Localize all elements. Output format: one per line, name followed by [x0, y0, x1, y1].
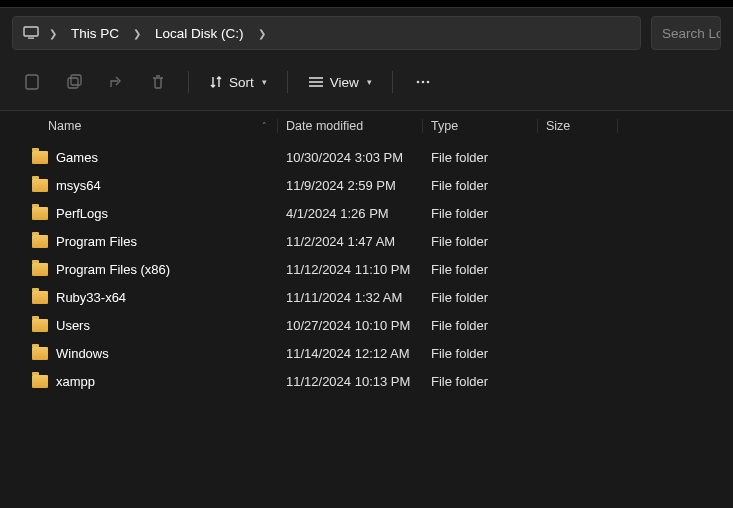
file-name: Windows: [56, 346, 109, 361]
chevron-down-icon: ▾: [367, 77, 372, 87]
column-header-date[interactable]: Date modified: [278, 119, 423, 133]
breadcrumb-segment-local-disk[interactable]: Local Disk (C:): [151, 26, 248, 41]
table-row[interactable]: Users10/27/2024 10:10 PMFile folder: [20, 311, 733, 339]
cell-type: File folder: [423, 206, 538, 221]
file-rows: Games10/30/2024 3:03 PMFile foldermsys64…: [20, 143, 733, 395]
breadcrumb[interactable]: ❯ This PC ❯ Local Disk (C:) ❯: [12, 16, 641, 50]
title-bar-fragment: [0, 0, 733, 8]
column-header-type-label: Type: [431, 119, 458, 133]
folder-icon: [32, 235, 48, 248]
search-placeholder: Search Lo: [662, 26, 721, 41]
file-name: Users: [56, 318, 90, 333]
svg-rect-2: [26, 75, 38, 89]
file-name: Games: [56, 150, 98, 165]
cell-type: File folder: [423, 374, 538, 389]
folder-icon: [32, 263, 48, 276]
toolbar: Sort ▾ View ▾: [0, 58, 733, 111]
cell-name: Program Files (x86): [20, 262, 278, 277]
share-button[interactable]: [98, 64, 134, 100]
svg-point-6: [421, 81, 424, 84]
folder-icon: [32, 319, 48, 332]
table-row[interactable]: xampp11/12/2024 10:13 PMFile folder: [20, 367, 733, 395]
svg-point-5: [416, 81, 419, 84]
column-header-size-label: Size: [546, 119, 570, 133]
cut-button[interactable]: [14, 64, 50, 100]
folder-icon: [32, 179, 48, 192]
cell-name: PerfLogs: [20, 206, 278, 221]
cell-type: File folder: [423, 178, 538, 193]
cell-name: Ruby33-x64: [20, 290, 278, 305]
cell-name: Program Files: [20, 234, 278, 249]
cell-type: File folder: [423, 262, 538, 277]
svg-point-7: [426, 81, 429, 84]
chevron-down-icon: ▾: [262, 77, 267, 87]
file-name: Program Files (x86): [56, 262, 170, 277]
folder-icon: [32, 151, 48, 164]
more-button[interactable]: [405, 64, 441, 100]
folder-icon: [32, 291, 48, 304]
file-name: xampp: [56, 374, 95, 389]
cell-date: 10/27/2024 10:10 PM: [278, 318, 423, 333]
svg-rect-4: [71, 75, 81, 85]
svg-rect-3: [68, 78, 78, 88]
sort-ascending-icon: ˄: [262, 121, 267, 131]
cell-name: msys64: [20, 178, 278, 193]
table-row[interactable]: Games10/30/2024 3:03 PMFile folder: [20, 143, 733, 171]
cell-date: 11/12/2024 10:13 PM: [278, 374, 423, 389]
search-input[interactable]: Search Lo: [651, 16, 721, 50]
cell-date: 11/12/2024 11:10 PM: [278, 262, 423, 277]
column-header-type[interactable]: Type: [423, 119, 538, 133]
cell-name: xampp: [20, 374, 278, 389]
view-button[interactable]: View ▾: [300, 64, 380, 100]
cell-date: 11/14/2024 12:12 AM: [278, 346, 423, 361]
breadcrumb-segment-this-pc[interactable]: This PC: [67, 26, 123, 41]
cell-date: 11/11/2024 1:32 AM: [278, 290, 423, 305]
delete-button[interactable]: [140, 64, 176, 100]
sort-icon: [209, 75, 223, 89]
cell-date: 4/1/2024 1:26 PM: [278, 206, 423, 221]
column-headers: Name ˄ Date modified Type Size: [20, 111, 733, 141]
column-header-name[interactable]: Name ˄: [20, 119, 278, 133]
table-row[interactable]: Program Files11/2/2024 1:47 AMFile folde…: [20, 227, 733, 255]
cell-date: 11/2/2024 1:47 AM: [278, 234, 423, 249]
cell-date: 11/9/2024 2:59 PM: [278, 178, 423, 193]
cell-name: Windows: [20, 346, 278, 361]
folder-icon: [32, 347, 48, 360]
column-header-date-label: Date modified: [286, 119, 363, 133]
table-row[interactable]: Program Files (x86)11/12/2024 11:10 PMFi…: [20, 255, 733, 283]
column-header-size[interactable]: Size: [538, 119, 618, 133]
file-list-panel: Name ˄ Date modified Type Size Games10/3…: [0, 111, 733, 508]
svg-rect-1: [28, 38, 34, 39]
folder-icon: [32, 375, 48, 388]
view-label: View: [330, 75, 359, 90]
toolbar-separator: [188, 71, 189, 93]
chevron-right-icon[interactable]: ❯: [45, 28, 61, 39]
cell-date: 10/30/2024 3:03 PM: [278, 150, 423, 165]
copy-button[interactable]: [56, 64, 92, 100]
file-name: Ruby33-x64: [56, 290, 126, 305]
sort-label: Sort: [229, 75, 254, 90]
sort-button[interactable]: Sort ▾: [201, 64, 275, 100]
toolbar-separator: [287, 71, 288, 93]
monitor-icon: [23, 26, 39, 40]
table-row[interactable]: Ruby33-x6411/11/2024 1:32 AMFile folder: [20, 283, 733, 311]
chevron-right-icon[interactable]: ❯: [254, 28, 270, 39]
column-header-name-label: Name: [48, 119, 81, 133]
cell-type: File folder: [423, 234, 538, 249]
cell-name: Games: [20, 150, 278, 165]
file-name: PerfLogs: [56, 206, 108, 221]
file-name: Program Files: [56, 234, 137, 249]
file-name: msys64: [56, 178, 101, 193]
table-row[interactable]: msys6411/9/2024 2:59 PMFile folder: [20, 171, 733, 199]
table-row[interactable]: PerfLogs4/1/2024 1:26 PMFile folder: [20, 199, 733, 227]
cell-type: File folder: [423, 346, 538, 361]
cell-type: File folder: [423, 318, 538, 333]
cell-type: File folder: [423, 290, 538, 305]
address-row: ❯ This PC ❯ Local Disk (C:) ❯ Search Lo: [0, 8, 733, 58]
chevron-right-icon[interactable]: ❯: [129, 28, 145, 39]
table-row[interactable]: Windows11/14/2024 12:12 AMFile folder: [20, 339, 733, 367]
svg-rect-0: [24, 27, 38, 36]
view-icon: [308, 76, 324, 88]
cell-name: Users: [20, 318, 278, 333]
cell-type: File folder: [423, 150, 538, 165]
